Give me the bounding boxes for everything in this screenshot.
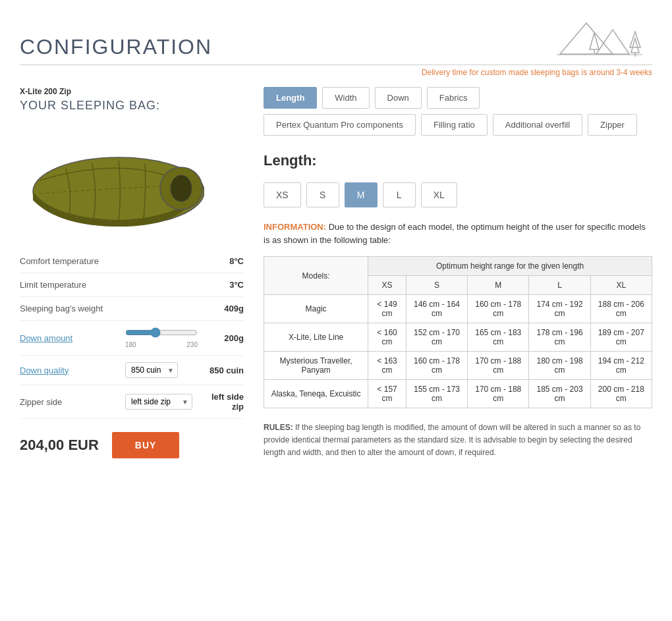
tab-filling[interactable]: Filling ratio	[421, 114, 488, 136]
cell-xlite-m: 165 cm - 183 cm	[468, 323, 529, 352]
cell-myst-m: 170 cm - 188 cm	[468, 352, 529, 380]
svg-marker-3	[596, 30, 629, 54]
down-amount-slider[interactable]	[125, 327, 198, 338]
tabs-row-1: Length Width Down Fabrics	[264, 87, 652, 109]
cell-magic-l: 174 cm - 192 cm	[529, 295, 590, 323]
spec-value-down-amount: 200g	[198, 321, 244, 356]
svg-point-10	[171, 175, 192, 202]
spec-label-zipper: Zipper side	[20, 385, 125, 419]
height-table: Models: Optimum height range for the giv…	[264, 256, 652, 408]
tab-overfill[interactable]: Additional overfill	[493, 114, 582, 136]
info-label: INFORMATION:	[264, 222, 326, 232]
down-quality-select[interactable]: 850 cuin 900 cuin 950 cuin	[125, 362, 178, 378]
cell-magic-m: 160 cm - 178 cm	[468, 295, 529, 323]
spec-row-limit: Limit temperature 3°C	[20, 273, 244, 297]
cell-xlite-xl: 189 cm - 207 cm	[590, 323, 652, 352]
rules-text: RULES: If the sleeping bag length is mod…	[264, 421, 652, 460]
cell-alaska-xs: < 157 cm	[368, 380, 406, 408]
down-quality-link[interactable]: Down quality	[20, 365, 69, 375]
spec-value-down-quality: 850 cuin	[198, 356, 244, 385]
spec-row-down-quality: Down quality 850 cuin 900 cuin 950 cuin …	[20, 356, 244, 385]
table-col-l: L	[529, 276, 590, 295]
right-panel: Length Width Down Fabrics Pertex Quantum…	[264, 87, 652, 460]
model-name: Magic	[264, 295, 368, 323]
spec-value-zipper: left side zip	[198, 385, 244, 419]
cell-alaska-l: 185 cm - 203 cm	[529, 380, 590, 408]
table-models-header: Models:	[264, 257, 368, 295]
slider-max-label: 230	[186, 341, 198, 348]
page-title: CONFIGURATION	[20, 35, 212, 59]
cell-magic-xs: < 149 cm	[368, 295, 406, 323]
size-xs[interactable]: XS	[264, 182, 301, 207]
delivery-info: Delivery time for custom made sleeping b…	[20, 68, 652, 77]
cell-myst-s: 160 cm - 178 cm	[406, 352, 467, 380]
cell-magic-s: 146 cm - 164 cm	[406, 295, 467, 323]
size-buttons: XS S M L XL	[264, 182, 652, 207]
sleeping-bag-illustration	[20, 122, 244, 250]
tab-width[interactable]: Width	[322, 87, 369, 109]
table-col-xl: XL	[590, 276, 652, 295]
size-l[interactable]: L	[383, 182, 416, 207]
table-col-m: M	[468, 276, 529, 295]
cell-alaska-xl: 200 cm - 218 cm	[590, 380, 652, 408]
cell-myst-xs: < 163 cm	[368, 352, 406, 380]
spec-label-comfort: Comfort temperature	[20, 250, 125, 273]
table-col-xs: XS	[368, 276, 406, 295]
spec-row-weight: Sleeping bag's weight 409g	[20, 297, 244, 321]
specs-table: Comfort temperature 8°C Limit temperatur…	[20, 250, 244, 419]
price-row: 204,00 EUR BUY	[20, 432, 244, 458]
size-m[interactable]: M	[345, 182, 378, 207]
cell-myst-l: 180 cm - 198 cm	[529, 352, 590, 380]
spec-value-comfort: 8°C	[198, 250, 244, 273]
table-col-s: S	[406, 276, 467, 295]
size-xl[interactable]: XL	[421, 182, 457, 207]
spec-label-weight: Sleeping bag's weight	[20, 297, 125, 321]
down-amount-link[interactable]: Down amount	[20, 333, 72, 343]
table-row: Mysterious Traveller, Panyam < 163 cm 16…	[264, 352, 652, 380]
cell-xlite-xs: < 160 cm	[368, 323, 406, 352]
cell-alaska-m: 170 cm - 188 cm	[468, 380, 529, 408]
svg-marker-2	[560, 23, 613, 54]
product-name: X-Lite 200 Zip	[20, 87, 244, 96]
rules-label: RULES:	[264, 423, 293, 432]
model-name: Mysterious Traveller, Panyam	[264, 352, 368, 380]
spec-row-down-amount: Down amount 180 230 200g	[20, 321, 244, 356]
table-row: X-Lite, Lite Line < 160 cm 152 cm - 170 …	[264, 323, 652, 352]
sleeping-bag-label: YOUR SLEEPING BAG:	[20, 99, 244, 113]
tabs-row-2: Pertex Quantum Pro components Filling ra…	[264, 114, 652, 136]
cell-magic-xl: 188 cm - 206 cm	[590, 295, 652, 323]
table-row: Magic < 149 cm 146 cm - 164 cm 160 cm - …	[264, 295, 652, 323]
table-range-header: Optimum height range for the given lengt…	[368, 257, 652, 276]
left-panel: X-Lite 200 Zip YOUR SLEEPING BAG:	[20, 87, 244, 460]
spec-value-limit: 3°C	[198, 273, 244, 297]
model-name: Alaska, Teneqa, Excuistic	[264, 380, 368, 408]
rules-body: If the sleeping bag length is modified, …	[264, 423, 640, 457]
cell-xlite-l: 178 cm - 196 cm	[529, 323, 590, 352]
zipper-side-select[interactable]: left side zip right side zip	[125, 394, 192, 410]
mountain-decoration	[553, 13, 646, 59]
spec-row-comfort: Comfort temperature 8°C	[20, 250, 244, 273]
buy-button[interactable]: BUY	[112, 432, 180, 458]
tab-zipper[interactable]: Zipper	[588, 114, 637, 136]
tab-down[interactable]: Down	[375, 87, 422, 109]
spec-row-zipper: Zipper side left side zip right side zip…	[20, 385, 244, 419]
tab-length[interactable]: Length	[264, 87, 317, 109]
model-name: X-Lite, Lite Line	[264, 323, 368, 352]
info-text: INFORMATION: Due to the design of each m…	[264, 221, 652, 246]
size-s[interactable]: S	[306, 182, 339, 207]
price-display: 204,00 EUR	[20, 437, 99, 454]
table-row: Alaska, Teneqa, Excuistic < 157 cm 155 c…	[264, 380, 652, 408]
cell-xlite-s: 152 cm - 170 cm	[406, 323, 467, 352]
spec-value-weight: 409g	[198, 297, 244, 321]
spec-label-limit: Limit temperature	[20, 273, 125, 297]
slider-min-label: 180	[125, 341, 136, 348]
cell-alaska-s: 155 cm - 173 cm	[406, 380, 467, 408]
section-title: Length:	[264, 152, 652, 169]
cell-myst-xl: 194 cm - 212 cm	[590, 352, 652, 380]
tab-fabrics[interactable]: Fabrics	[427, 87, 480, 109]
tab-pertex[interactable]: Pertex Quantum Pro components	[264, 114, 416, 136]
